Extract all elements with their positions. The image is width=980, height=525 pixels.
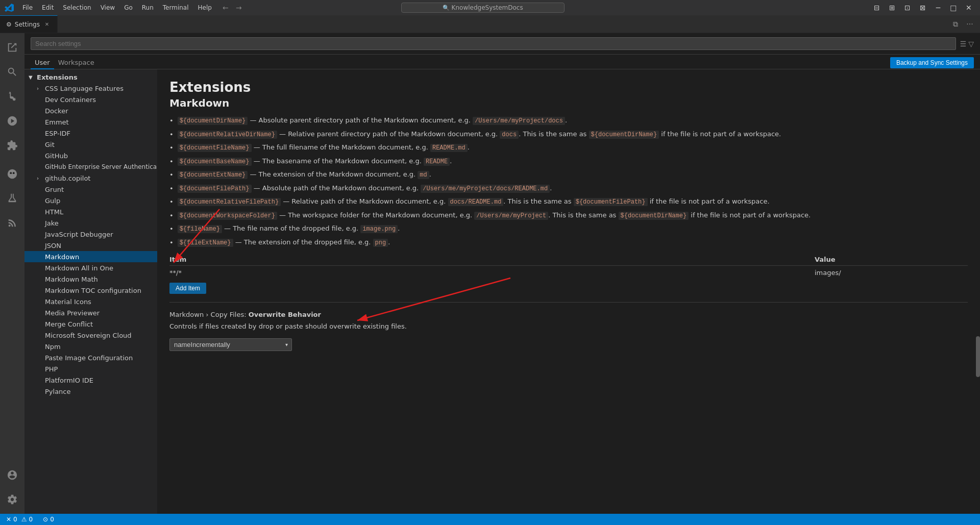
table-cell-value: images/ <box>815 269 968 277</box>
menu-file[interactable]: File <box>18 3 37 12</box>
svg-point-0 <box>8 169 17 179</box>
tree-item-git[interactable]: Git <box>24 139 157 150</box>
tree-item-markdown-toc[interactable]: Markdown TOC configuration <box>24 285 157 296</box>
tree-item-github-enterprise[interactable]: GitHub Enterprise Server Authentica... <box>24 161 157 172</box>
tree-group-extensions[interactable]: ▼ Extensions <box>24 71 157 83</box>
more-actions-button[interactable]: ··· <box>964 18 976 30</box>
list-item: ${fileExtName} — The extension of the dr… <box>169 237 968 248</box>
tree-item-devcontainers[interactable]: Dev Containers <box>24 94 157 105</box>
status-bar: ✕ 0 ⚠ 0 ⊙ 0 <box>0 514 980 525</box>
menu-run[interactable]: Run <box>138 3 158 12</box>
activity-rss[interactable] <box>0 211 24 235</box>
window-controls: ⊟ ⊞ ⊡ ⊠ ─ □ ✕ <box>870 3 976 12</box>
section-divider <box>169 302 968 303</box>
navigation: ← → <box>220 2 244 13</box>
settings-tree[interactable]: ▼ Extensions › CSS Language Features Dev… <box>24 69 157 514</box>
activity-explorer[interactable] <box>0 35 24 60</box>
activity-bar-bottom <box>0 463 24 512</box>
maximize-button[interactable]: □ <box>946 3 961 12</box>
tree-item-json[interactable]: JSON <box>24 240 157 251</box>
list-item: ${documentDirName} — Absolute parent dir… <box>169 115 968 126</box>
tree-item-espidf[interactable]: ESP-IDF <box>24 128 157 139</box>
tree-item-css[interactable]: › CSS Language Features <box>24 83 157 94</box>
filter-icon[interactable]: ▽ <box>968 40 974 48</box>
close-button[interactable]: ✕ <box>962 3 976 12</box>
layout-toggle-1[interactable]: ⊟ <box>870 3 884 12</box>
add-item-button[interactable]: Add Item <box>169 283 206 294</box>
tree-item-markdown[interactable]: Markdown <box>24 251 157 262</box>
menu-view[interactable]: View <box>96 3 119 12</box>
tree-item-paste-image[interactable]: Paste Image Configuration <box>24 352 157 363</box>
activity-testing[interactable] <box>0 186 24 211</box>
layout-toggle-4[interactable]: ⊠ <box>916 3 930 12</box>
tree-item-jake[interactable]: Jake <box>24 217 157 229</box>
overwrite-dropdown-wrapper: nameIncrementally overwrite prompt ▾ <box>169 338 292 351</box>
tree-item-media-previewer[interactable]: Media Previewer <box>24 307 157 318</box>
menu-bar: File Edit Selection View Go Run Terminal… <box>18 3 216 12</box>
tree-item-gulp[interactable]: Gulp <box>24 195 157 206</box>
status-error-count[interactable]: ✕ 0 ⚠ 0 <box>4 516 35 523</box>
tree-item-platformio[interactable]: PlatformIO IDE <box>24 374 157 386</box>
activity-manage[interactable] <box>0 487 24 512</box>
tree-item-markdown-math[interactable]: Markdown Math <box>24 273 157 285</box>
scrollbar-thumb[interactable] <box>976 336 980 377</box>
activity-extensions[interactable] <box>0 133 24 158</box>
tree-item-material-icons[interactable]: Material Icons <box>24 296 157 307</box>
tab-settings[interactable]: ⚙ Settings ✕ <box>0 15 58 33</box>
minimize-button[interactable]: ─ <box>931 3 945 12</box>
menu-edit[interactable]: Edit <box>38 3 58 12</box>
main-layout: ☰ ▽ User Workspace Backup and Sync Setti… <box>0 33 980 514</box>
tree-item-html[interactable]: HTML <box>24 206 157 217</box>
global-search-bar[interactable]: 🔍 KnowledgeSystemDocs <box>401 3 565 13</box>
filter-list-icon[interactable]: ☰ <box>960 40 967 48</box>
list-item: ${documentFileName} — The full filename … <box>169 142 968 153</box>
scrollbar-track[interactable] <box>976 69 980 514</box>
nav-forward[interactable]: → <box>233 2 244 13</box>
extensions-title: Extensions <box>169 80 968 95</box>
tree-item-jsdebugger[interactable]: JavaScript Debugger <box>24 229 157 240</box>
split-editor-button[interactable]: ⧉ <box>949 18 962 30</box>
menu-go[interactable]: Go <box>120 3 137 12</box>
menu-terminal[interactable]: Terminal <box>159 3 193 12</box>
tree-item-docker[interactable]: Docker <box>24 105 157 116</box>
tab-workspace[interactable]: Workspace <box>54 57 99 69</box>
tree-item-merge-conflict[interactable]: Merge Conflict <box>24 318 157 330</box>
chevron-right-icon: › <box>37 86 45 91</box>
tree-item-emmet[interactable]: Emmet <box>24 116 157 128</box>
svg-point-1 <box>10 172 12 174</box>
layout-toggle-2[interactable]: ⊞ <box>885 3 899 12</box>
overwrite-behavior-label: Markdown › Copy Files: Overwrite Behavio… <box>169 311 968 318</box>
tab-settings-label: Settings <box>15 21 40 28</box>
settings-search-bar: ☰ ▽ <box>24 33 980 55</box>
list-item: ${documentWorkspaceFolder} — The workspa… <box>169 210 968 221</box>
list-item: ${documentBaseName} — The basename of th… <box>169 156 968 167</box>
tab-user[interactable]: User <box>31 57 54 69</box>
activity-account[interactable] <box>0 463 24 487</box>
tab-bar: ⚙ Settings ✕ ⧉ ··· <box>0 15 980 33</box>
activity-run-debug[interactable] <box>0 109 24 133</box>
tree-item-githubcopilot[interactable]: › github.copilot <box>24 172 157 184</box>
tree-item-grunt[interactable]: Grunt <box>24 184 157 195</box>
titlebar: File Edit Selection View Go Run Terminal… <box>0 0 980 15</box>
tree-item-ms-sovereign[interactable]: Microsoft Sovereign Cloud <box>24 330 157 341</box>
tree-item-pylance[interactable]: Pylance <box>24 386 157 397</box>
tree-item-markdown-all[interactable]: Markdown All in One <box>24 262 157 273</box>
tab-settings-close[interactable]: ✕ <box>43 20 51 29</box>
status-port[interactable]: ⊙ 0 <box>41 516 56 523</box>
menu-help[interactable]: Help <box>194 3 216 12</box>
activity-copilot[interactable] <box>0 162 24 186</box>
chevron-right-icon-2: › <box>37 176 45 181</box>
tree-item-php[interactable]: PHP <box>24 363 157 374</box>
activity-source-control[interactable] <box>0 84 24 109</box>
backup-sync-button[interactable]: Backup and Sync Settings <box>890 57 974 68</box>
activity-search[interactable] <box>0 60 24 84</box>
markdown-title: Markdown <box>169 97 968 109</box>
nav-back[interactable]: ← <box>220 2 231 13</box>
layout-toggle-3[interactable]: ⊡ <box>900 3 915 12</box>
menu-selection[interactable]: Selection <box>59 3 95 12</box>
overwrite-dropdown[interactable]: nameIncrementally overwrite prompt <box>169 338 292 351</box>
tree-item-github[interactable]: GitHub <box>24 150 157 161</box>
tree-item-npm[interactable]: Npm <box>24 341 157 352</box>
list-item: ${documentExtName} — The extension of th… <box>169 169 968 180</box>
settings-search-input[interactable] <box>31 37 956 50</box>
